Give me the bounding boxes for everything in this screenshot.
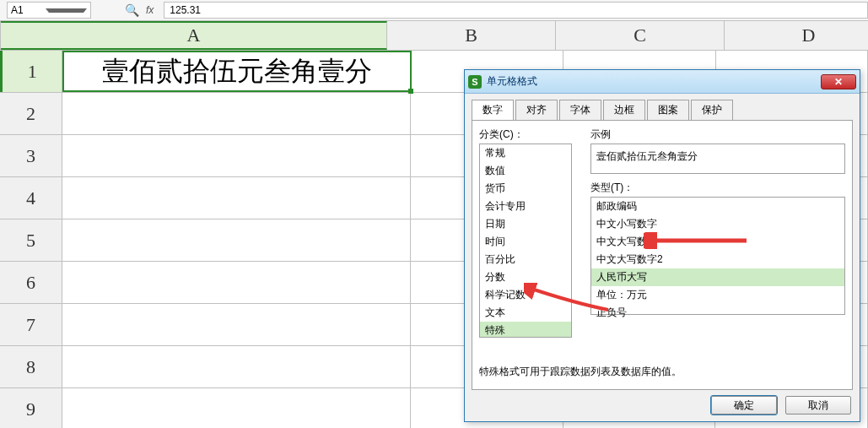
app-icon: S [468, 75, 482, 89]
cell-format-dialog: S 单元格格式 ✕ 数字对齐字体边框图案保护 分类(C)： 常规数值货币会计专用… [464, 69, 860, 422]
dialog-tabs: 数字对齐字体边框图案保护 [465, 94, 860, 120]
cell[interactable] [62, 135, 411, 176]
row-header[interactable]: 2 [0, 93, 62, 134]
tab-数字[interactable]: 数字 [472, 100, 514, 121]
category-item[interactable]: 常规 [480, 144, 571, 162]
category-list[interactable]: 常规数值货币会计专用日期时间百分比分数科学记数文本特殊自定义 [479, 144, 572, 338]
column-header-C[interactable]: C [556, 21, 725, 50]
select-all-corner[interactable] [0, 21, 1, 50]
cell[interactable] [62, 304, 411, 345]
cell-reference: A1 [11, 4, 46, 16]
type-label: 类型(T)： [590, 181, 845, 195]
type-item[interactable]: 邮政编码 [591, 198, 844, 215]
dialog-title: 单元格格式 [487, 74, 821, 89]
tab-边框[interactable]: 边框 [603, 100, 645, 121]
chevron-down-icon[interactable] [46, 8, 87, 13]
category-item[interactable]: 百分比 [480, 251, 571, 268]
cell[interactable] [62, 177, 411, 219]
tab-对齐[interactable]: 对齐 [515, 100, 558, 121]
formula-bar: A1 🔍 fx [0, 0, 868, 21]
row-header[interactable]: 8 [0, 346, 62, 387]
cell[interactable] [62, 93, 411, 134]
dialog-titlebar[interactable]: S 单元格格式 ✕ [465, 70, 860, 94]
column-headers: A B C D [0, 21, 868, 51]
dialog-buttons: 确定 取消 [711, 396, 851, 414]
category-item[interactable]: 日期 [480, 215, 571, 233]
column-header-A[interactable]: A [1, 21, 387, 50]
type-item[interactable]: 中文大写数字2 [591, 251, 844, 268]
tab-body-number: 分类(C)： 常规数值货币会计专用日期时间百分比分数科学记数文本特殊自定义 示例… [472, 120, 853, 390]
row-header[interactable]: 7 [0, 304, 62, 345]
column-header-D[interactable]: D [725, 21, 868, 50]
type-list[interactable]: 邮政编码中文小写数字中文大写数字中文大写数字2人民币大写单位：万元正负号 [590, 197, 845, 315]
cell[interactable] [62, 388, 411, 428]
ok-button[interactable]: 确定 [711, 396, 777, 414]
formula-input[interactable] [164, 2, 868, 19]
cell[interactable] [62, 346, 411, 387]
type-item[interactable]: 正负号 [591, 304, 844, 322]
cell[interactable] [62, 262, 411, 303]
format-note: 特殊格式可用于跟踪数据列表及数据库的值。 [479, 365, 682, 379]
column-header-B[interactable]: B [387, 21, 556, 50]
name-box[interactable]: A1 [7, 2, 91, 19]
type-item[interactable]: 中文小写数字 [591, 215, 844, 233]
tab-保护[interactable]: 保护 [691, 100, 733, 121]
type-item[interactable]: 单位：万元 [591, 286, 844, 304]
fx-label[interactable]: fx [146, 4, 154, 16]
category-item[interactable]: 货币 [480, 180, 571, 198]
row-header[interactable]: 3 [0, 135, 62, 176]
type-item[interactable]: 中文大写数字 [591, 233, 844, 251]
tab-图案[interactable]: 图案 [647, 100, 689, 121]
zoom-icon[interactable]: 🔍 [125, 3, 139, 17]
category-item[interactable]: 分数 [480, 268, 571, 286]
type-item[interactable]: 人民币大写 [591, 268, 844, 286]
row-header[interactable]: 4 [0, 177, 62, 219]
sample-value: 壹佰贰拾伍元叁角壹分 [596, 150, 698, 162]
cell-A1[interactable]: 壹佰贰拾伍元叁角壹分 [62, 51, 411, 92]
sample-label: 示例 [590, 127, 845, 142]
row-header[interactable]: 9 [0, 388, 62, 428]
close-button[interactable]: ✕ [821, 74, 856, 89]
sample-box: 壹佰贰拾伍元叁角壹分 [590, 144, 845, 174]
category-item[interactable]: 科学记数 [480, 286, 571, 304]
right-pane: 示例 壹佰贰拾伍元叁角壹分 类型(T)： 邮政编码中文小写数字中文大写数字中文大… [590, 127, 845, 315]
row-header[interactable]: 6 [0, 262, 62, 303]
category-item[interactable]: 文本 [480, 304, 571, 322]
tab-字体[interactable]: 字体 [559, 100, 601, 121]
category-item[interactable]: 特殊 [480, 322, 571, 338]
cancel-button[interactable]: 取消 [785, 396, 851, 414]
row-header[interactable]: 1 [0, 51, 62, 92]
cell[interactable] [62, 219, 411, 261]
row-header[interactable]: 5 [0, 219, 62, 261]
category-item[interactable]: 时间 [480, 233, 571, 251]
category-item[interactable]: 会计专用 [480, 198, 571, 215]
category-item[interactable]: 数值 [480, 162, 571, 180]
